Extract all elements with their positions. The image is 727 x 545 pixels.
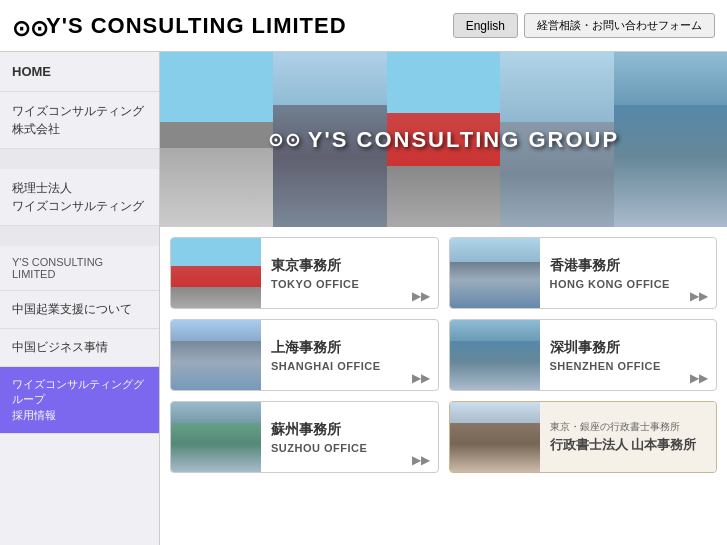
logo-icon: ⊙⊙ bbox=[12, 16, 40, 36]
office-thumb-yamamoto bbox=[450, 402, 540, 472]
office-thumb-shanghai bbox=[171, 320, 261, 390]
office-info-shanghai: 上海事務所 SHANGHAI OFFICE ▶▶ bbox=[261, 320, 438, 390]
office-name-en-tokyo: TOKYO OFFICE bbox=[271, 278, 428, 290]
yamamoto-title: 行政書士法人 山本事務所 bbox=[550, 436, 707, 454]
office-name-jp-shanghai: 上海事務所 bbox=[271, 339, 428, 357]
office-card-hongkong[interactable]: 香港事務所 HONG KONG OFFICE ▶▶ bbox=[449, 237, 718, 309]
office-thumb-hongkong bbox=[450, 238, 540, 308]
office-info-suzhou: 蘇州事務所 SUZHOU OFFICE ▶▶ bbox=[261, 402, 438, 472]
header-buttons: English 経営相談・お問い合わせフォーム bbox=[453, 13, 715, 38]
main-layout: HOME ワイズコンサルティング株式会社 税理士法人ワイズコンサルティング Y'… bbox=[0, 52, 727, 545]
office-name-en-shanghai: SHANGHAI OFFICE bbox=[271, 360, 428, 372]
office-arrow-tokyo: ▶▶ bbox=[412, 289, 430, 303]
office-card-shenzhen[interactable]: 深圳事務所 SHENZHEN OFFICE ▶▶ bbox=[449, 319, 718, 391]
logo-text: Y'S CONSULTING LIMITED bbox=[46, 13, 347, 39]
office-grid: 東京事務所 TOKYO OFFICE ▶▶ 香港事務所 HONG KONG OF… bbox=[160, 227, 727, 483]
office-info-hongkong: 香港事務所 HONG KONG OFFICE ▶▶ bbox=[540, 238, 717, 308]
sidebar-separator-1 bbox=[0, 149, 159, 169]
office-thumb-shenzhen bbox=[450, 320, 540, 390]
sidebar-item-tax[interactable]: 税理士法人ワイズコンサルティング bbox=[0, 169, 159, 226]
office-arrow-shenzhen: ▶▶ bbox=[690, 371, 708, 385]
sidebar-item-china-biz[interactable]: 中国ビジネス事情 bbox=[0, 329, 159, 367]
office-card-suzhou[interactable]: 蘇州事務所 SUZHOU OFFICE ▶▶ bbox=[170, 401, 439, 473]
logo-area: ⊙⊙ Y'S CONSULTING LIMITED bbox=[12, 13, 347, 39]
content: ⊙⊙ Y'S CONSULTING GROUP 東京事務所 TOKYO OFFI… bbox=[160, 52, 727, 545]
sidebar-item-recruit[interactable]: ワイズコンサルティンググループ採用情報 bbox=[0, 367, 159, 434]
office-name-jp-hongkong: 香港事務所 bbox=[550, 257, 707, 275]
office-arrow-suzhou: ▶▶ bbox=[412, 453, 430, 467]
office-card-tokyo[interactable]: 東京事務所 TOKYO OFFICE ▶▶ bbox=[170, 237, 439, 309]
hero-icon: ⊙⊙ bbox=[268, 129, 302, 151]
sidebar-separator-2 bbox=[0, 226, 159, 246]
hero-segment-5 bbox=[614, 52, 727, 227]
sidebar-item-home[interactable]: HOME bbox=[0, 52, 159, 92]
office-arrow-shanghai: ▶▶ bbox=[412, 371, 430, 385]
hero-banner: ⊙⊙ Y'S CONSULTING GROUP bbox=[160, 52, 727, 227]
hero-title: ⊙⊙ Y'S CONSULTING GROUP bbox=[268, 127, 619, 153]
hero-segment-1 bbox=[160, 52, 273, 227]
office-name-en-suzhou: SUZHOU OFFICE bbox=[271, 442, 428, 454]
office-arrow-hongkong: ▶▶ bbox=[690, 289, 708, 303]
office-name-jp-shenzhen: 深圳事務所 bbox=[550, 339, 707, 357]
office-thumb-suzhou bbox=[171, 402, 261, 472]
sidebar-item-ys-limited[interactable]: Y'S CONSULTING LIMITED bbox=[0, 246, 159, 291]
office-name-jp-suzhou: 蘇州事務所 bbox=[271, 421, 428, 439]
contact-button[interactable]: 経営相談・お問い合わせフォーム bbox=[524, 13, 715, 38]
office-info-tokyo: 東京事務所 TOKYO OFFICE ▶▶ bbox=[261, 238, 438, 308]
office-info-shenzhen: 深圳事務所 SHENZHEN OFFICE ▶▶ bbox=[540, 320, 717, 390]
office-info-yamamoto: 東京・銀座の行政書士事務所 行政書士法人 山本事務所 bbox=[540, 402, 717, 472]
office-name-jp-tokyo: 東京事務所 bbox=[271, 257, 428, 275]
english-button[interactable]: English bbox=[453, 13, 518, 38]
yamamoto-subtitle: 東京・銀座の行政書士事務所 bbox=[550, 420, 707, 434]
office-name-en-shenzhen: SHENZHEN OFFICE bbox=[550, 360, 707, 372]
header: ⊙⊙ Y'S CONSULTING LIMITED English 経営相談・お… bbox=[0, 0, 727, 52]
office-card-shanghai[interactable]: 上海事務所 SHANGHAI OFFICE ▶▶ bbox=[170, 319, 439, 391]
office-thumb-tokyo bbox=[171, 238, 261, 308]
sidebar: HOME ワイズコンサルティング株式会社 税理士法人ワイズコンサルティング Y'… bbox=[0, 52, 160, 545]
sidebar-item-ys-consulting[interactable]: ワイズコンサルティング株式会社 bbox=[0, 92, 159, 149]
office-name-en-hongkong: HONG KONG OFFICE bbox=[550, 278, 707, 290]
office-card-yamamoto[interactable]: 東京・銀座の行政書士事務所 行政書士法人 山本事務所 bbox=[449, 401, 718, 473]
sidebar-item-china-support[interactable]: 中国起業支援について bbox=[0, 291, 159, 329]
